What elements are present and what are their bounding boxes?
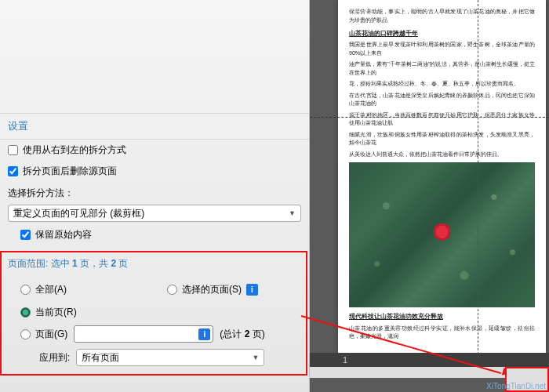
option-keep-original-label: 保留原始内容: [35, 228, 92, 241]
radio-selected-pages[interactable]: 选择的页面(S) i: [167, 283, 301, 296]
doc-heading: 山茶花油的口碑跨越千年: [349, 29, 535, 38]
doc-text: 从美妆达人到普通大众，依然把山茶花油看作日常护肤的佳品。: [349, 151, 535, 159]
split-method-dropdown[interactable]: 重定义页面的可见部分 (裁剪框) ▼: [8, 205, 301, 222]
settings-header: 设置: [0, 114, 309, 140]
radio-all-input[interactable]: [20, 285, 31, 295]
pages-input-field[interactable]: i: [74, 325, 213, 343]
doc-text: 花，授粉到果实成熟经过秋、冬、春、夏、秋五季，所以珍贵而闻名。: [349, 80, 535, 89]
doc-text: 细腻光滑，壮族和侗族女性用茶籽榨油取得的茶枯洗发，头发顺滑又黑亮，如今山茶花: [349, 131, 535, 147]
apply-to-dropdown[interactable]: 所有页面 ▼: [76, 349, 264, 366]
radio-all-pages[interactable]: 全部(A): [20, 283, 155, 296]
pages-total-text: (总计 2 页): [220, 328, 264, 341]
radio-selected-input[interactable]: [167, 285, 177, 295]
panel-top-spacer: [0, 0, 309, 114]
settings-panel: 设置 使用从右到左的拆分方式 拆分页面后删除源页面 选择拆分方法： 重定义页面的…: [0, 0, 310, 392]
chevron-down-icon: ▼: [289, 209, 296, 217]
option-keep-original[interactable]: 保留原始内容: [0, 224, 309, 248]
watermark: XiTongTianDi.net: [486, 382, 546, 390]
radio-pages-label: 页面(G): [35, 328, 67, 341]
doc-text: 源于茶籽的地区，当地百姓数百年前便开始用它护肤，据悉居住土家族女性使用山茶花油让…: [349, 111, 535, 128]
document-preview-panel: 保湿营养动能，事实上，聪明的古人早就发现了山茶花油的奥秘，并把它做为珍贵的护肤品…: [310, 0, 549, 392]
radio-selected-label: 选择的页面(S): [182, 283, 242, 296]
radio-current-page[interactable]: 当前页(R): [20, 306, 301, 319]
radio-current-input[interactable]: [20, 307, 31, 318]
doc-text: 油产量低，素有"千年茶树二两油"的说法，其营养，是山茶树生长缓慢，挺立在世界上的: [349, 60, 535, 77]
option-delete-source-label: 拆分页面后删除源页面: [23, 165, 117, 178]
radio-pages[interactable]: 页面(G): [20, 328, 67, 341]
radio-current-label: 当前页(R): [35, 306, 77, 319]
doc-heading: 现代科技让山茶花油功效充分释放: [349, 312, 535, 321]
doc-text: 保湿营养动能，事实上，聪明的古人早就发现了山茶花油的奥秘，并把它做为珍贵的护肤品: [349, 8, 535, 24]
page-range-header: 页面范围: 选中 1 页，共 2 页: [8, 257, 301, 270]
apply-to-label: 应用到:: [39, 351, 70, 365]
doc-text: 我国是世界上最早发现茶叶和利用茶树的国家，野生茶树，全球茶油产量的90%以上来自: [349, 41, 535, 57]
chevron-down-icon: ▼: [252, 354, 259, 361]
info-icon[interactable]: i: [198, 328, 210, 340]
split-method-value: 重定义页面的可见部分 (裁剪框): [13, 207, 144, 220]
document-embedded-image: [349, 162, 535, 307]
option-rtl-split[interactable]: 使用从右到左的拆分方式: [0, 140, 309, 161]
checkbox-keep-original[interactable]: [20, 230, 31, 240]
apply-to-value: 所有页面: [82, 351, 119, 365]
option-rtl-label: 使用从右到左的拆分方式: [23, 143, 126, 157]
vertical-guide-line: [478, 0, 478, 358]
checkbox-delete-source[interactable]: [8, 166, 18, 176]
horizontal-guide-line: [310, 117, 549, 118]
doc-text: 在古代宫廷，山茶花油是深受皇后嫔妃青睐的养颜软体品，民间也把它深知山茶花油的: [349, 92, 535, 108]
radio-pages-input[interactable]: [20, 329, 31, 339]
checkbox-rtl[interactable]: [8, 145, 18, 155]
info-icon[interactable]: i: [246, 284, 258, 296]
page-thumbnail[interactable]: 保湿营养动能，事实上，聪明的古人早就发现了山茶花油的奥秘，并把它做为珍贵的护肤品…: [338, 0, 546, 353]
radio-all-label: 全部(A): [35, 283, 67, 296]
page-range-section: 页面范围: 选中 1 页，共 2 页 全部(A) 选择的页面(S) i 当前页(…: [0, 251, 307, 376]
split-method-label: 选择拆分方法：: [0, 182, 309, 202]
option-delete-source[interactable]: 拆分页面后删除源页面: [0, 161, 309, 182]
page-number-badge: 1: [338, 353, 362, 367]
